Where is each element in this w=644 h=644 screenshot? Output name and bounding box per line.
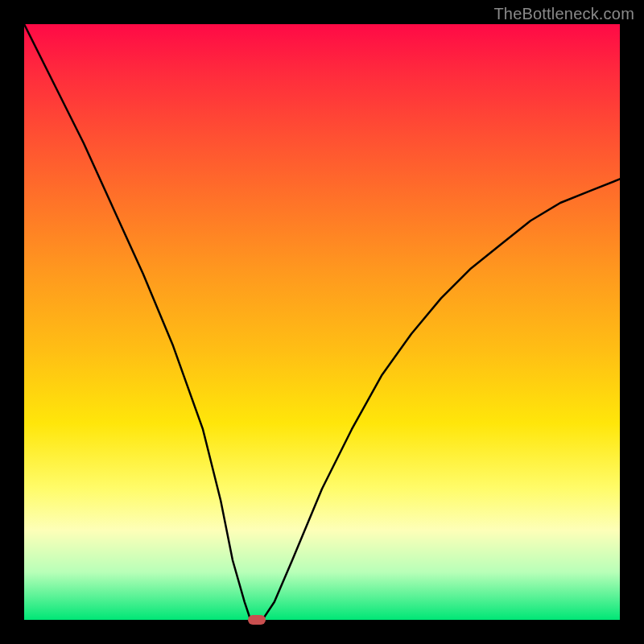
bottleneck-curve (24, 24, 620, 620)
optimal-marker (248, 615, 266, 625)
watermark-text: TheBottleneck.com (493, 5, 634, 23)
chart-frame: TheBottleneck.com (0, 0, 644, 644)
plot-area (24, 24, 620, 620)
